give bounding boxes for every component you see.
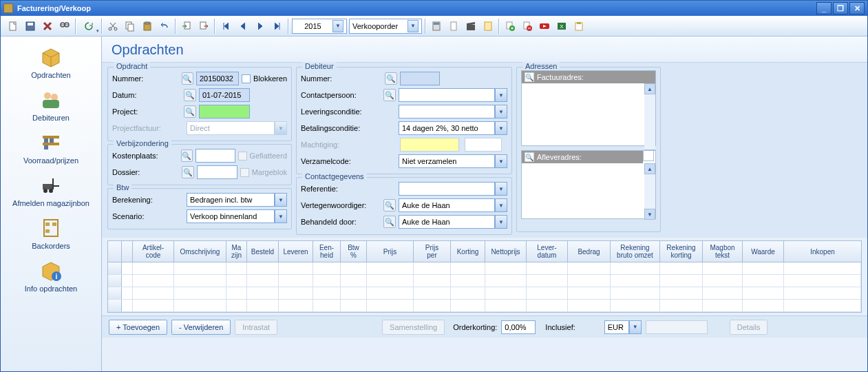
scroll-down-icon[interactable]: ▼ <box>644 209 655 220</box>
grid-col[interactable]: Inkopen <box>784 241 861 262</box>
close-button[interactable]: ✕ <box>849 2 865 14</box>
copy-icon[interactable] <box>122 18 138 34</box>
chevron-down-icon[interactable]: ▼ <box>407 20 419 32</box>
undo-icon[interactable] <box>156 18 173 34</box>
notes-icon[interactable] <box>480 18 496 34</box>
datum-input[interactable]: 01-07-2015 <box>199 88 250 102</box>
grid-col[interactable]: Omschrijving <box>174 241 226 262</box>
paste-icon[interactable] <box>139 18 156 34</box>
grid-col[interactable] <box>122 241 133 262</box>
currency-select[interactable]: EUR▼ <box>604 320 642 334</box>
lookup-icon[interactable]: 🔍 <box>383 216 396 228</box>
clipboard-icon[interactable] <box>571 18 587 34</box>
sidebar-item-info[interactable]: i Info opdrachten <box>3 257 99 296</box>
first-icon[interactable] <box>218 18 234 34</box>
document-icon[interactable] <box>445 18 462 34</box>
calculator-icon[interactable] <box>428 18 445 34</box>
grid-col[interactable]: Besteld <box>247 241 279 262</box>
lookup-icon[interactable]: 🔍 <box>383 89 396 101</box>
table-row[interactable] <box>108 287 861 300</box>
lookup-icon[interactable]: 🔍 <box>525 152 534 162</box>
kostenplaats-input[interactable] <box>195 149 235 163</box>
grid-col[interactable]: Btw % <box>341 241 367 262</box>
berekening-select[interactable]: Bedragen incl. btw▼ <box>187 193 287 207</box>
scroll-up-icon[interactable]: ▲ <box>644 163 655 174</box>
lookup-icon[interactable]: 🔍 <box>184 89 196 101</box>
table-row[interactable] <box>108 300 861 312</box>
chevron-down-icon[interactable]: ▼ <box>495 105 507 118</box>
nummer-input[interactable]: 20150032 <box>196 72 239 85</box>
blokkeren-checkbox[interactable]: Blokkeren <box>242 74 287 83</box>
scenario-select[interactable]: Verkoop binnenland▼ <box>187 209 287 223</box>
grid-col[interactable]: Waarde <box>743 241 784 262</box>
grid-col[interactable]: Nettoprijs <box>485 241 527 262</box>
project-input[interactable] <box>199 105 250 118</box>
chevron-down-icon[interactable]: ▼ <box>275 209 287 223</box>
new-icon[interactable] <box>5 18 21 34</box>
prev-icon[interactable] <box>235 18 251 34</box>
chevron-down-icon[interactable]: ▼ <box>275 193 287 207</box>
grid-col[interactable]: Korting <box>451 241 485 262</box>
verwijderen-button[interactable]: - Verwijderen <box>171 320 231 335</box>
maximize-button[interactable]: ❐ <box>833 2 848 14</box>
table-row[interactable] <box>108 262 861 275</box>
export-icon[interactable] <box>195 18 212 34</box>
verzamel-select[interactable]: Niet verzamelen▼ <box>399 154 507 168</box>
remove-doc-icon[interactable] <box>519 18 536 34</box>
lookup-icon[interactable]: 🔍 <box>182 72 193 85</box>
orderkorting-input[interactable]: 0,00% <box>501 320 536 334</box>
grid-col[interactable]: Lever- datum <box>527 241 568 262</box>
sidebar-item-opdrachten[interactable]: Opdrachten <box>3 43 99 82</box>
grid-col[interactable]: Prijs per <box>414 241 451 262</box>
new-address-icon[interactable] <box>643 150 654 161</box>
grid-col[interactable]: Een- heid <box>313 241 341 262</box>
table-row[interactable] <box>108 275 861 287</box>
grid-col[interactable]: Leveren <box>279 241 313 262</box>
grid-col[interactable]: Prijs <box>367 241 414 262</box>
dossier-input[interactable] <box>197 165 237 179</box>
lookup-icon[interactable]: 🔍 <box>182 166 194 178</box>
cut-icon[interactable] <box>105 18 121 34</box>
lookup-icon[interactable]: 🔍 <box>383 199 396 211</box>
clapper-icon[interactable] <box>463 18 479 34</box>
excel-icon[interactable]: X <box>553 18 570 34</box>
minimize-button[interactable]: _ <box>816 2 832 14</box>
delete-icon[interactable] <box>39 18 56 34</box>
save-icon[interactable] <box>22 18 39 34</box>
grid-col[interactable]: Magbon tekst <box>703 241 743 262</box>
chevron-down-icon[interactable]: ▼ <box>332 20 343 32</box>
behandeld-select[interactable]: Auke de Haan▼ <box>399 215 507 229</box>
debnummer-input[interactable] <box>400 72 440 85</box>
refresh-icon[interactable]: ▾ <box>78 18 99 34</box>
grid-col[interactable]: Bedrag <box>568 241 611 262</box>
chevron-down-icon[interactable]: ▼ <box>629 320 642 334</box>
referentie-select[interactable]: ▼ <box>399 182 507 196</box>
chevron-down-icon[interactable]: ▼ <box>495 88 507 102</box>
grid-col[interactable]: Ma zijn <box>226 241 247 262</box>
import-icon[interactable] <box>178 18 195 34</box>
chevron-down-icon[interactable]: ▼ <box>495 215 507 229</box>
chevron-down-icon[interactable]: ▼ <box>495 198 507 212</box>
contact-select[interactable]: ▼ <box>399 88 507 102</box>
grid-col[interactable]: Artikel- code <box>133 241 174 262</box>
last-icon[interactable] <box>269 18 286 34</box>
search-icon[interactable] <box>56 18 73 34</box>
sidebar-item-voorraad[interactable]: Voorraad/prijzen <box>3 129 99 167</box>
year-select[interactable]: 2015▼ <box>292 19 347 34</box>
lookup-icon[interactable]: 🔍 <box>184 105 196 118</box>
lookup-icon[interactable]: 🔍 <box>385 72 397 85</box>
next-icon[interactable] <box>252 18 268 34</box>
add-doc-icon[interactable] <box>502 18 518 34</box>
lookup-icon[interactable]: 🔍 <box>181 149 193 162</box>
betcond-select[interactable]: 14 dagen 2%, 30 netto▼ <box>399 121 507 135</box>
lookup-icon[interactable]: 🔍 <box>525 72 534 82</box>
grid-col[interactable]: Rekening korting <box>660 241 703 262</box>
grid-col[interactable]: Rekening bruto omzet <box>611 241 660 262</box>
chevron-down-icon[interactable]: ▼ <box>495 154 507 168</box>
toevoegen-button[interactable]: + Toevoegen <box>109 320 167 335</box>
ordertype-select[interactable]: Verkooporder▼ <box>349 19 422 34</box>
sidebar-item-afmelden[interactable]: Afmelden magazijnbon <box>3 172 99 210</box>
vertegenwoordiger-select[interactable]: Auke de Haan▼ <box>399 198 507 212</box>
chevron-down-icon[interactable]: ▼ <box>495 182 507 196</box>
levcond-select[interactable]: ▼ <box>399 105 507 118</box>
